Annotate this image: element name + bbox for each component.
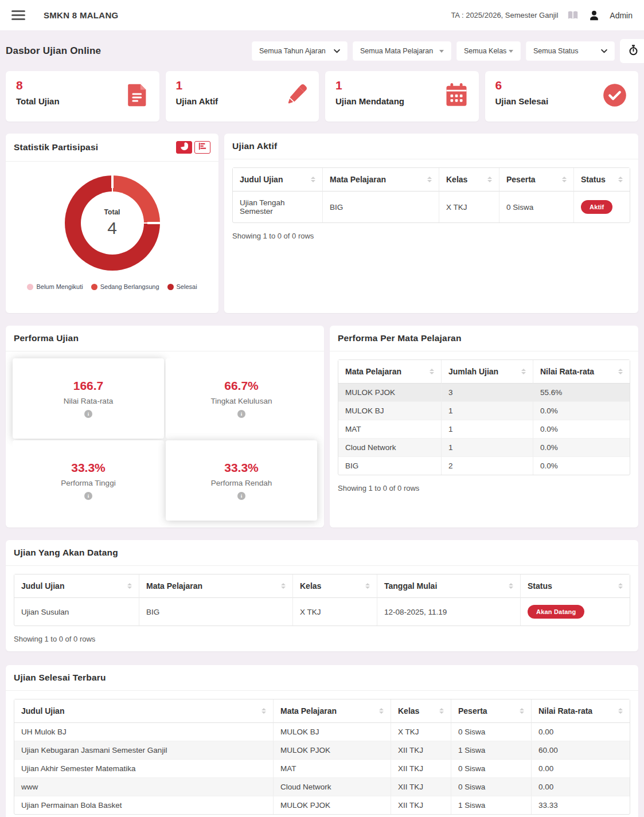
table-cell: 1 bbox=[442, 439, 533, 457]
table-row[interactable]: UH Mulok BJMULOK BJX TKJ0 Siswa0.00 bbox=[14, 723, 630, 741]
table-cell: Aktif bbox=[574, 191, 630, 222]
legend-label: Belum Mengikuti bbox=[36, 283, 83, 290]
column-header-label: Nilai Rata-rata bbox=[538, 706, 592, 716]
table-cell: MAT bbox=[274, 760, 391, 778]
bar-chart-toggle-button[interactable] bbox=[194, 141, 210, 154]
stat-card-ujian-aktif[interactable]: 1 Ujian Aktif bbox=[166, 71, 319, 122]
column-header[interactable]: Peserta bbox=[499, 168, 574, 191]
sort-icon[interactable] bbox=[434, 708, 444, 714]
sort-icon[interactable] bbox=[516, 369, 526, 374]
pie-chart-toggle-button[interactable] bbox=[176, 141, 192, 154]
table-row[interactable]: Cloud Network10.0% bbox=[338, 439, 630, 457]
table-cell: 0 Siswa bbox=[451, 723, 532, 741]
legend-item[interactable]: Belum Mengikuti bbox=[27, 283, 83, 290]
donut-chart[interactable]: Total 4 bbox=[65, 175, 160, 271]
sort-icon[interactable] bbox=[421, 177, 432, 182]
filter-tahun-ajaran[interactable]: Semua Tahun Ajaran bbox=[252, 41, 348, 61]
subject-performance-card: Performa Per Mata Pelajaran Mata Pelajar… bbox=[330, 326, 638, 527]
filter-tahun-ajaran-value: Semua Tahun Ajaran bbox=[259, 47, 326, 55]
file-lines-icon bbox=[127, 83, 148, 110]
info-icon[interactable]: i bbox=[84, 492, 92, 500]
info-icon[interactable]: i bbox=[237, 492, 245, 500]
legend-dot bbox=[167, 284, 174, 290]
recent-completed-card: Ujian Selesai Terbaru Judul UjianMata Pe… bbox=[6, 665, 638, 817]
pie-chart-icon bbox=[180, 142, 189, 153]
sort-icon[interactable] bbox=[256, 708, 266, 714]
info-icon[interactable]: i bbox=[237, 410, 245, 418]
status-badge: Akan Datang bbox=[528, 605, 584, 619]
table-cell: Ujian Tengah Semester bbox=[233, 191, 323, 222]
table-row[interactable]: wwwCloud NetworkXII TKJ0 Siswa0.00 bbox=[14, 778, 630, 796]
table-row[interactable]: Ujian Kebugaran Jasmani Semester GanjilM… bbox=[14, 741, 630, 760]
sort-icon[interactable] bbox=[514, 708, 524, 714]
sort-icon[interactable] bbox=[373, 708, 384, 714]
stat-card-ujian-selesai[interactable]: 6 Ujian Selesai bbox=[485, 71, 639, 122]
metric-nilai-rata-rata: 166.7 Nilai Rata-rata i bbox=[13, 358, 164, 439]
user-avatar-icon[interactable] bbox=[588, 9, 600, 22]
performance-card: Performa Ujian 166.7 Nilai Rata-rata i 6… bbox=[6, 326, 324, 527]
legend-item[interactable]: Sedang Berlangsung bbox=[91, 283, 159, 290]
sort-icon[interactable] bbox=[305, 177, 315, 182]
table-row[interactable]: Ujian Permainan Bola BasketMULOK PJOKXII… bbox=[14, 796, 630, 814]
sort-icon[interactable] bbox=[482, 177, 492, 182]
column-header[interactable]: Mata Pelajaran bbox=[274, 699, 391, 723]
user-name[interactable]: Admin bbox=[610, 11, 633, 20]
table-row[interactable]: MULOK PJOK355.6% bbox=[338, 384, 630, 402]
column-header[interactable]: Nilai Rata-rata bbox=[533, 360, 630, 384]
filter-mata-pelajaran[interactable]: Semua Mata Pelajaran bbox=[353, 41, 451, 61]
stat-card-ujian-mendatang[interactable]: 1 Ujian Mendatang bbox=[325, 71, 479, 122]
table-cell: 0.00 bbox=[532, 778, 630, 796]
column-header[interactable]: Kelas bbox=[391, 699, 451, 723]
column-header[interactable]: Status bbox=[574, 168, 630, 191]
column-header[interactable]: Tanggal Mulai bbox=[377, 574, 521, 598]
table-row[interactable]: Ujian Tengah SemesterBIGX TKJ0 SiswaAkti… bbox=[233, 191, 630, 222]
info-icon[interactable]: i bbox=[84, 410, 92, 418]
sort-icon[interactable] bbox=[612, 583, 623, 589]
table-row[interactable]: Ujian SusulanBIGX TKJ12-08-2025, 11.19Ak… bbox=[14, 598, 630, 626]
sort-icon[interactable] bbox=[556, 177, 567, 182]
participation-title: Statistik Partisipasi bbox=[14, 142, 98, 153]
column-header-label: Peserta bbox=[506, 175, 536, 184]
stat-card-total-ujian[interactable]: 8 Total Ujian bbox=[6, 71, 159, 122]
column-header[interactable]: Mata Pelajaran bbox=[323, 168, 439, 191]
column-header[interactable]: Peserta bbox=[451, 699, 532, 723]
table-cell: 0.0% bbox=[533, 439, 630, 457]
table-row[interactable]: Ujian Akhir Semester MatematikaMATXII TK… bbox=[14, 760, 630, 778]
filter-status[interactable]: Semua Status bbox=[526, 41, 615, 61]
table-row[interactable]: MULOK BJ10.0% bbox=[338, 402, 630, 420]
metric-performa-rendah: 33.3% Performa Rendah i bbox=[166, 440, 317, 521]
sort-icon[interactable] bbox=[122, 583, 132, 589]
sort-icon[interactable] bbox=[612, 369, 623, 374]
column-header[interactable]: Status bbox=[521, 574, 630, 598]
book-icon[interactable] bbox=[567, 10, 579, 21]
column-header[interactable]: Judul Ujian bbox=[233, 168, 323, 191]
sort-icon[interactable] bbox=[503, 583, 513, 589]
sort-icon[interactable] bbox=[612, 708, 623, 714]
table-cell: XII TKJ bbox=[391, 741, 451, 760]
sort-icon[interactable] bbox=[360, 583, 370, 589]
table-row[interactable]: BIG20.0% bbox=[338, 457, 630, 475]
column-header[interactable]: Judul Ujian bbox=[14, 699, 274, 723]
table-cell: Ujian Kebugaran Jasmani Semester Ganjil bbox=[14, 741, 274, 760]
column-header[interactable]: Judul Ujian bbox=[14, 574, 139, 598]
sort-icon[interactable] bbox=[612, 177, 623, 182]
sort-icon[interactable] bbox=[275, 583, 286, 589]
chevron-down-icon bbox=[334, 47, 340, 55]
column-header[interactable]: Nilai Rata-rata bbox=[532, 699, 630, 723]
metric-tingkat-kelulusan: 66.7% Tingkat Kelulusan i bbox=[166, 358, 317, 439]
active-exams-table: Judul UjianMata PelajaranKelasPesertaSta… bbox=[232, 167, 630, 223]
menu-icon[interactable] bbox=[11, 10, 25, 20]
filter-kelas[interactable]: Semua Kelas bbox=[456, 41, 521, 61]
refresh-timer-button[interactable] bbox=[620, 39, 644, 63]
column-header[interactable]: Kelas bbox=[293, 574, 377, 598]
column-header[interactable]: Mata Pelajaran bbox=[139, 574, 293, 598]
table-cell: X TKJ bbox=[439, 191, 499, 222]
column-header[interactable]: Jumlah Ujian bbox=[442, 360, 533, 384]
legend-item[interactable]: Selesai bbox=[167, 283, 197, 290]
column-header-label: Mata Pelajaran bbox=[280, 706, 337, 716]
sort-icon[interactable] bbox=[424, 369, 434, 374]
column-header[interactable]: Mata Pelajaran bbox=[338, 360, 442, 384]
column-header[interactable]: Kelas bbox=[439, 168, 499, 191]
table-cell: 0.0% bbox=[533, 402, 630, 420]
table-row[interactable]: MAT10.0% bbox=[338, 420, 630, 439]
